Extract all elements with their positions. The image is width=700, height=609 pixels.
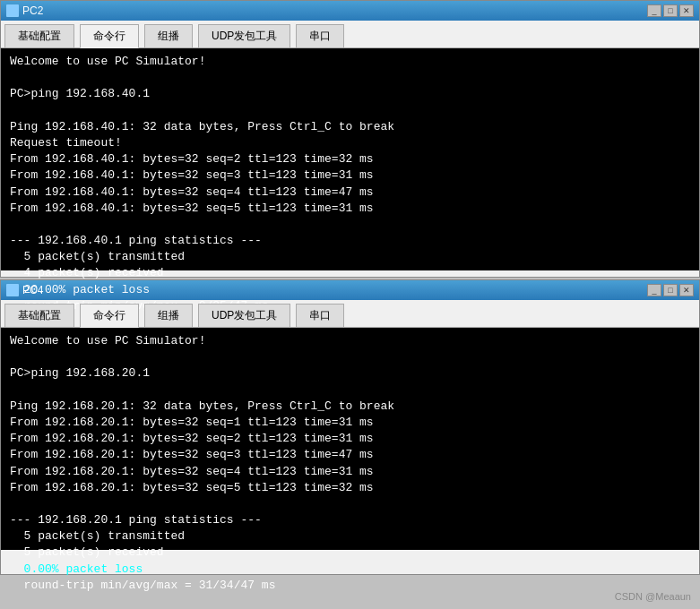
pc2-icon: [6, 4, 19, 17]
window-pc2: PC2 _ □ ✕ 基础配置 命令行 组播 UDP发包工具 串口 Welcome…: [0, 0, 700, 278]
tab-multicast-pc4[interactable]: 组播: [144, 304, 193, 327]
title-bar-pc2: PC2 _ □ ✕: [1, 1, 699, 21]
tab-basics-pc2[interactable]: 基础配置: [4, 24, 74, 47]
close-btn-pc4[interactable]: ✕: [679, 284, 694, 296]
watermark: CSDN @Meaaun: [615, 591, 691, 602]
tab-udp-pc4[interactable]: UDP发包工具: [198, 304, 290, 327]
tab-multicast-pc2[interactable]: 组播: [144, 24, 193, 47]
tab-basics-pc4[interactable]: 基础配置: [4, 304, 74, 327]
tab-bar-pc4: 基础配置 命令行 组播 UDP发包工具 串口: [1, 300, 699, 328]
tab-serial-pc2[interactable]: 串口: [296, 24, 344, 47]
maximize-btn-pc2[interactable]: □: [663, 4, 678, 17]
tab-cmd-pc4[interactable]: 命令行: [80, 304, 139, 328]
pc4-icon: [6, 284, 19, 296]
pc4-title: PC4: [22, 284, 43, 296]
minimize-btn-pc2[interactable]: _: [647, 4, 661, 17]
tab-bar-pc2: 基础配置 命令行 组播 UDP发包工具 串口: [1, 21, 699, 48]
title-text-pc4: PC4: [6, 284, 43, 296]
tab-udp-pc2[interactable]: UDP发包工具: [198, 24, 290, 47]
title-controls-pc4: _ □ ✕: [647, 284, 694, 296]
terminal-pc4[interactable]: Welcome to use PC Simulator! PC>ping 192…: [1, 328, 699, 550]
maximize-btn-pc4[interactable]: □: [663, 284, 678, 296]
close-btn-pc2[interactable]: ✕: [679, 4, 694, 17]
window-pc4: PC4 _ □ ✕ 基础配置 命令行 组播 UDP发包工具 串口 Welcome…: [0, 279, 700, 575]
title-controls-pc2: _ □ ✕: [647, 4, 694, 17]
terminal-pc2[interactable]: Welcome to use PC Simulator! PC>ping 192…: [1, 48, 699, 270]
title-text-pc2: PC2: [6, 4, 43, 17]
pc2-title: PC2: [22, 4, 43, 17]
tab-serial-pc4[interactable]: 串口: [296, 304, 344, 327]
minimize-btn-pc4[interactable]: _: [647, 284, 661, 296]
tab-cmd-pc2[interactable]: 命令行: [80, 24, 139, 48]
